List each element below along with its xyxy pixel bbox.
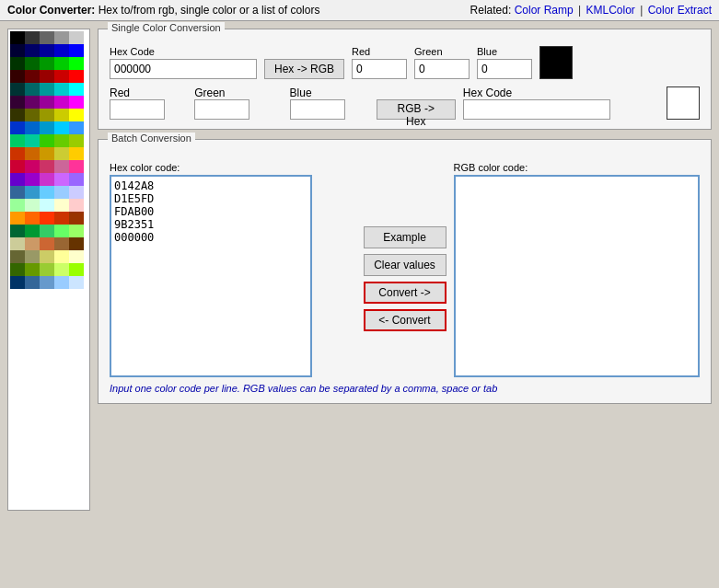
palette-cell[interactable] [10, 173, 25, 186]
palette-cell[interactable] [25, 57, 40, 70]
palette-cell[interactable] [54, 186, 69, 199]
palette-cell[interactable] [25, 44, 40, 57]
green-input[interactable] [414, 59, 470, 79]
palette-cell[interactable] [69, 121, 84, 134]
palette-cell[interactable] [69, 263, 84, 276]
blue-input[interactable] [477, 59, 532, 79]
palette-cell[interactable] [10, 160, 25, 173]
palette-cell[interactable] [25, 276, 40, 289]
palette-cell[interactable] [10, 186, 25, 199]
palette-cell[interactable] [69, 70, 84, 83]
palette-cell[interactable] [10, 263, 25, 276]
palette-cell[interactable] [54, 70, 69, 83]
palette-cell[interactable] [10, 96, 25, 109]
clear-btn[interactable]: Clear values [364, 254, 446, 276]
palette-cell[interactable] [54, 160, 69, 173]
palette-cell[interactable] [54, 276, 69, 289]
palette-cell[interactable] [69, 160, 84, 173]
palette-cell[interactable] [40, 109, 54, 121]
palette-cell[interactable] [40, 225, 54, 237]
hex-input[interactable] [110, 59, 257, 79]
palette-cell[interactable] [69, 173, 84, 186]
palette-cell[interactable] [54, 199, 69, 212]
rgb-to-hex-btn[interactable]: RGB -> Hex [377, 99, 456, 120]
palette-cell[interactable] [10, 44, 25, 57]
red-input[interactable] [352, 59, 407, 79]
palette-cell[interactable] [69, 212, 84, 225]
palette-cell[interactable] [54, 250, 69, 263]
palette-cell[interactable] [54, 237, 69, 250]
palette-cell[interactable] [54, 147, 69, 160]
palette-cell[interactable] [40, 160, 54, 173]
palette-cell[interactable] [54, 134, 69, 147]
palette-cell[interactable] [40, 250, 54, 263]
palette-cell[interactable] [10, 147, 25, 160]
palette-cell[interactable] [10, 199, 25, 212]
palette-cell[interactable] [69, 186, 84, 199]
palette-cell[interactable] [25, 173, 40, 186]
palette-cell[interactable] [10, 31, 25, 44]
hex-output[interactable] [463, 99, 610, 120]
palette-cell[interactable] [69, 83, 84, 96]
palette-cell[interactable] [40, 199, 54, 212]
palette-cell[interactable] [25, 237, 40, 250]
palette-cell[interactable] [69, 225, 84, 237]
palette-cell[interactable] [40, 276, 54, 289]
palette-cell[interactable] [40, 173, 54, 186]
color-extract-link[interactable]: Color Extract [648, 4, 712, 17]
palette-cell[interactable] [69, 237, 84, 250]
palette-cell[interactable] [25, 147, 40, 160]
hex-textarea[interactable] [110, 175, 312, 377]
palette-cell[interactable] [40, 96, 54, 109]
palette-cell[interactable] [54, 57, 69, 70]
palette-cell[interactable] [40, 70, 54, 83]
palette-cell[interactable] [25, 96, 40, 109]
palette-cell[interactable] [69, 96, 84, 109]
palette-cell[interactable] [25, 250, 40, 263]
palette-cell[interactable] [10, 276, 25, 289]
example-btn[interactable]: Example [364, 226, 446, 248]
palette-cell[interactable] [69, 44, 84, 57]
rgb-textarea[interactable] [454, 175, 701, 377]
palette-cell[interactable] [54, 109, 69, 121]
palette-cell[interactable] [40, 83, 54, 96]
palette-cell[interactable] [10, 134, 25, 147]
hex-to-rgb-btn[interactable]: Hex -> RGB [264, 59, 344, 79]
palette-cell[interactable] [10, 70, 25, 83]
palette-cell[interactable] [25, 263, 40, 276]
palette-cell[interactable] [25, 186, 40, 199]
palette-cell[interactable] [54, 44, 69, 57]
palette-cell[interactable] [25, 31, 40, 44]
palette-cell[interactable] [54, 173, 69, 186]
color-ramp-link[interactable]: Color Ramp [515, 4, 574, 17]
palette-cell[interactable] [40, 121, 54, 134]
palette-cell[interactable] [40, 147, 54, 160]
palette-cell[interactable] [69, 199, 84, 212]
blue2-input[interactable] [290, 99, 345, 120]
palette-cell[interactable] [25, 199, 40, 212]
palette-cell[interactable] [40, 31, 54, 44]
palette-cell[interactable] [69, 57, 84, 70]
palette-cell[interactable] [54, 212, 69, 225]
palette-cell[interactable] [25, 121, 40, 134]
palette-cell[interactable] [40, 186, 54, 199]
palette-cell[interactable] [10, 250, 25, 263]
convert-to-hex-btn[interactable]: <- Convert [364, 309, 446, 331]
palette-cell[interactable] [10, 109, 25, 121]
palette-cell[interactable] [54, 96, 69, 109]
palette-cell[interactable] [69, 31, 84, 44]
red2-input[interactable] [110, 99, 165, 120]
palette-cell[interactable] [25, 225, 40, 237]
kmlcolor-link[interactable]: KMLColor [586, 4, 634, 17]
palette-cell[interactable] [54, 31, 69, 44]
palette-cell[interactable] [54, 121, 69, 134]
palette-cell[interactable] [10, 121, 25, 134]
palette-cell[interactable] [40, 134, 54, 147]
green2-input[interactable] [194, 99, 249, 120]
palette-cell[interactable] [40, 237, 54, 250]
palette-cell[interactable] [69, 147, 84, 160]
palette-cell[interactable] [10, 57, 25, 70]
palette-cell[interactable] [69, 276, 84, 289]
palette-cell[interactable] [25, 70, 40, 83]
palette-cell[interactable] [10, 212, 25, 225]
